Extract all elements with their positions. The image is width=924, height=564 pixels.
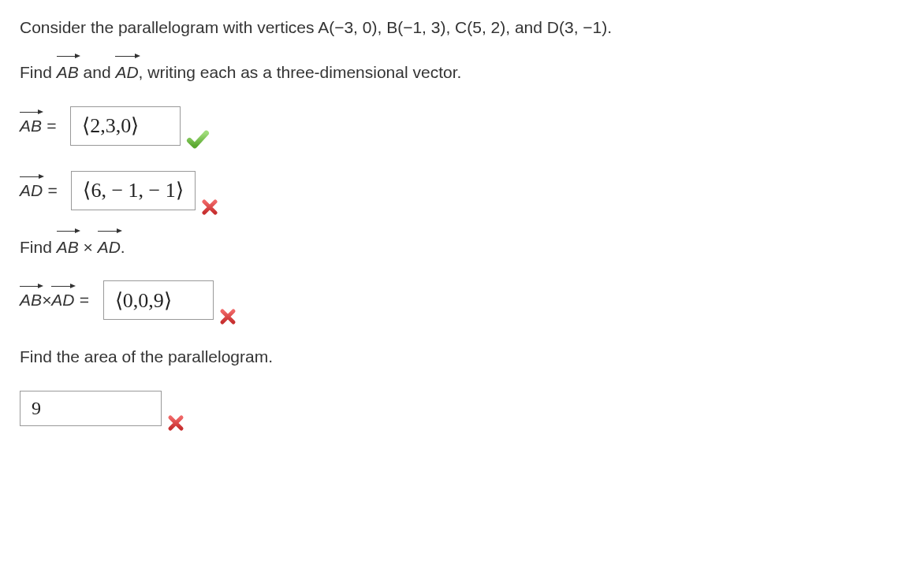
label-cross: AB × AD = (20, 291, 94, 310)
cross-icon (166, 414, 185, 432)
answer-row-area: 9 (20, 391, 904, 426)
vector-ab-label: AB (57, 61, 79, 83)
vector-ad-symbol: AD (20, 181, 43, 200)
label-ad: AD = (20, 181, 61, 200)
vector-ad-label-2: AD (98, 236, 121, 258)
answer-row-ab: AB = ⟨2,3,0⟩ (20, 106, 904, 146)
answer-row-cross: AB × AD = ⟨0,0,9⟩ (20, 280, 904, 320)
answer-input-cross[interactable]: ⟨0,0,9⟩ (103, 280, 214, 320)
instruction-cross: Find AB × AD. (20, 236, 904, 258)
label-ab: AB = (20, 117, 61, 135)
vector-ab-label-2: AB (57, 236, 79, 258)
cross-icon (218, 307, 237, 326)
instruction-area: Find the area of the parallelogram. (20, 345, 904, 368)
answer-input-area[interactable]: 9 (20, 391, 162, 426)
answer-input-ad[interactable]: ⟨6, − 1, − 1⟩ (71, 171, 195, 210)
vector-ab-symbol-2: AB (20, 291, 42, 310)
answer-row-ad: AD = ⟨6, − 1, − 1⟩ (20, 171, 904, 210)
instruction-vectors: Find AB and AD, writing each as a three-… (20, 61, 904, 83)
vector-ad-label: AD (115, 61, 138, 83)
vector-ab-symbol: AB (20, 117, 42, 135)
check-icon (185, 127, 211, 152)
vector-ad-symbol-2: AD (51, 291, 74, 310)
problem-statement: Consider the parallelogram with vertices… (20, 16, 904, 39)
problem-text: Consider the parallelogram with vertices… (20, 18, 612, 36)
cross-icon (200, 198, 219, 217)
answer-input-ab[interactable]: ⟨2,3,0⟩ (70, 106, 181, 146)
